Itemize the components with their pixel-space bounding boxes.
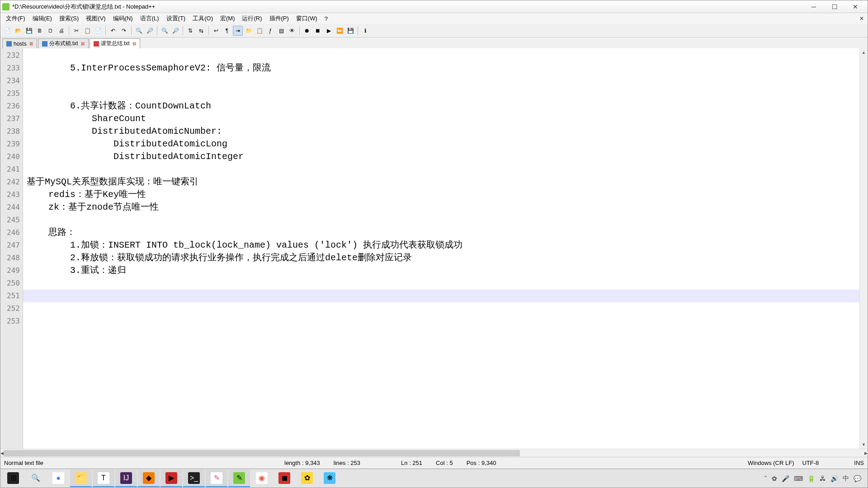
- paste-button[interactable]: 📄: [93, 26, 103, 36]
- menu-s[interactable]: 搜索(S): [56, 14, 82, 23]
- zoom-in-button[interactable]: 🔍: [160, 26, 170, 36]
- taskbar-terminal[interactable]: >_: [183, 470, 205, 487]
- menu-[interactable]: ?: [321, 14, 331, 23]
- stop-button[interactable]: ⏹: [313, 26, 323, 36]
- sync-button[interactable]: ⇅: [185, 26, 195, 36]
- tray-icon[interactable]: ✿: [772, 475, 777, 482]
- chevron-up-icon[interactable]: ˄: [764, 475, 767, 482]
- notifications-icon[interactable]: 💬: [854, 475, 861, 482]
- menu-v[interactable]: 视图(V): [82, 14, 109, 23]
- tab-close-icon[interactable]: ⊠: [81, 41, 85, 46]
- undo-button[interactable]: ↶: [108, 26, 118, 36]
- editor-line[interactable]: DistributedAtomicLong: [23, 138, 868, 150]
- vertical-scrollbar[interactable]: ▲ ▼: [859, 48, 868, 449]
- menu-t[interactable]: 设置(T): [163, 14, 189, 23]
- minimize-button[interactable]: ─: [803, 1, 824, 13]
- about-button[interactable]: ℹ: [360, 26, 370, 36]
- taskbar-ide[interactable]: IJ: [115, 470, 137, 487]
- menu-n[interactable]: 编码(N): [109, 14, 137, 23]
- taskbar-notepadpp[interactable]: ✎: [228, 470, 250, 487]
- tab-hosts[interactable]: hosts⊠: [2, 38, 37, 48]
- editor-content[interactable]: 5.InterProcessSemaphoreV2: 信号量，限流 6.共享计数…: [23, 48, 868, 449]
- taskbar-chrome[interactable]: ●: [47, 470, 69, 487]
- editor-line[interactable]: [23, 290, 868, 302]
- menu-f[interactable]: 文件(F): [2, 14, 29, 23]
- editor-line[interactable]: [23, 163, 868, 176]
- lang-icon[interactable]: 中: [843, 474, 849, 483]
- taskbar-app1[interactable]: ◆: [138, 470, 160, 487]
- taskbar-start[interactable]: ⊞: [2, 470, 24, 487]
- record-button[interactable]: ⏺: [302, 26, 312, 36]
- editor-line[interactable]: redis：基于Key唯一性: [23, 188, 868, 201]
- func-button[interactable]: ƒ: [265, 26, 275, 36]
- scroll-up-arrow-icon[interactable]: ▲: [860, 48, 868, 56]
- scroll-down-arrow-icon[interactable]: ▼: [860, 441, 868, 449]
- tab-close-icon[interactable]: ⊠: [132, 41, 136, 46]
- copy-button[interactable]: 📋: [82, 26, 92, 36]
- menu-e[interactable]: 编辑(E): [29, 14, 56, 23]
- menu-r[interactable]: 运行(R): [238, 14, 265, 23]
- editor-line[interactable]: DistributedAtomicInteger: [23, 150, 868, 163]
- editor[interactable]: 2322332342352362372382392402412422432442…: [0, 48, 868, 449]
- scrollbar-thumb[interactable]: [4, 450, 520, 456]
- tab-close-icon[interactable]: ⊠: [29, 41, 33, 46]
- taskbar-app3[interactable]: ◉: [251, 470, 273, 487]
- doc-button[interactable]: 📋: [255, 26, 264, 36]
- print-button[interactable]: 🖨: [57, 26, 66, 36]
- mdi-close-button[interactable]: ✕: [859, 15, 864, 22]
- scroll-right-arrow-icon[interactable]: ▶: [864, 449, 868, 457]
- taskbar-app6[interactable]: ❋: [319, 470, 340, 487]
- editor-line[interactable]: [23, 75, 868, 87]
- editor-line[interactable]: 5.InterProcessSemaphoreV2: 信号量，限流: [23, 62, 868, 75]
- find-button[interactable]: 🔍: [134, 26, 144, 36]
- ff-button[interactable]: ⏩: [335, 26, 344, 36]
- map-button[interactable]: ▤: [276, 26, 286, 36]
- editor-line[interactable]: 3.重试：递归: [23, 264, 868, 277]
- monitor-button[interactable]: 👁: [287, 26, 297, 36]
- menu-w[interactable]: 窗口(W): [292, 14, 321, 23]
- ime-icon[interactable]: ⌨: [794, 475, 803, 482]
- tab-分布式锁-txt[interactable]: 分布式锁.txt⊠: [38, 38, 89, 48]
- zoom-out-button[interactable]: 🔎: [170, 26, 180, 36]
- editor-line[interactable]: 6.共享计数器：CountDownLatch: [23, 100, 868, 113]
- redo-button[interactable]: ↷: [119, 26, 129, 36]
- menu-m[interactable]: 宏(M): [217, 14, 239, 23]
- menu-p[interactable]: 插件(P): [266, 14, 292, 23]
- tab-课堂总结-txt[interactable]: 课堂总结.txt⊠: [90, 38, 140, 48]
- editor-line[interactable]: 思路：: [23, 226, 868, 239]
- new-file-button[interactable]: 📄: [2, 26, 12, 36]
- taskbar-app5[interactable]: ✿: [296, 470, 318, 487]
- editor-line[interactable]: DistributedAtomicNumber:: [23, 125, 868, 138]
- replace-button[interactable]: 🔎: [145, 26, 155, 36]
- editor-line[interactable]: zk：基于znode节点唯一性: [23, 201, 868, 214]
- editor-line[interactable]: [23, 214, 868, 226]
- volume-icon[interactable]: 🔊: [830, 475, 838, 482]
- sync2-button[interactable]: ⇆: [196, 26, 206, 36]
- horizontal-scrollbar[interactable]: ◀ ▶: [0, 449, 868, 457]
- taskbar-pen[interactable]: ✎: [206, 470, 227, 487]
- mic-icon[interactable]: 🎤: [782, 475, 789, 482]
- taskbar-app4[interactable]: ◼: [274, 470, 295, 487]
- play-button[interactable]: ▶: [324, 26, 334, 36]
- close-button[interactable]: ✕: [845, 1, 866, 13]
- menu-l[interactable]: 语言(L): [137, 14, 163, 23]
- editor-line[interactable]: [23, 49, 868, 62]
- save-macro-button[interactable]: 💾: [345, 26, 355, 36]
- save-button[interactable]: 💾: [24, 26, 34, 36]
- close-file-button[interactable]: 🗋: [46, 26, 56, 36]
- taskbar-text[interactable]: T: [93, 470, 114, 487]
- editor-line[interactable]: [23, 277, 868, 290]
- save-all-button[interactable]: 🗎: [35, 26, 45, 36]
- wordwrap-button[interactable]: ↩: [211, 26, 221, 36]
- system-tray[interactable]: ˄✿🎤⌨🔋🖧🔊中💬: [764, 474, 866, 483]
- cut-button[interactable]: ✂: [71, 26, 81, 36]
- battery-icon[interactable]: 🔋: [807, 475, 815, 482]
- maximize-button[interactable]: ☐: [824, 1, 845, 13]
- indent-button[interactable]: ⇥: [233, 26, 243, 36]
- editor-line[interactable]: [23, 87, 868, 100]
- taskbar-search[interactable]: 🔍: [25, 470, 47, 487]
- editor-line[interactable]: 2.释放锁：获取锁成功的请求执行业务操作，执行完成之后通过delete删除对应记…: [23, 252, 868, 264]
- folder-button[interactable]: 📁: [244, 26, 254, 36]
- menu-o[interactable]: 工具(O): [189, 14, 217, 23]
- open-file-button[interactable]: 📂: [13, 26, 23, 36]
